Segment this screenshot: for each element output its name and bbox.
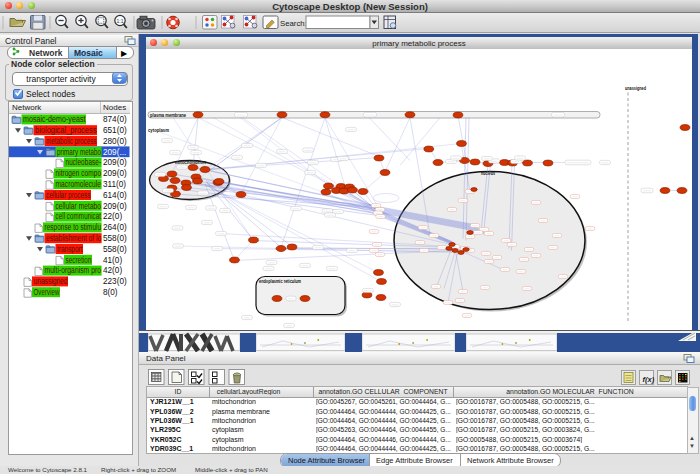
svg-text:280(0): 280(0) [103,136,127,145]
svg-text:651(0): 651(0) [103,125,127,134]
svg-text:1:1: 1:1 [117,18,124,24]
svg-text:209(0): 209(0) [103,201,127,210]
svg-text:614(0): 614(0) [103,190,127,199]
svg-text:plasma membrane: plasma membrane [150,111,186,117]
svg-text:41(0): 41(0) [103,255,122,264]
svg-text:223(0): 223(0) [103,277,127,286]
svg-text:transport: transport [57,243,83,253]
svg-text:311(0): 311(0) [103,179,126,188]
svg-text:response to stimulu: response to stimulu [45,222,102,232]
svg-text:874(0): 874(0) [103,115,127,124]
svg-text:multi-organism pro: multi-organism pro [45,265,102,275]
svg-text:Overview: Overview [34,286,61,296]
svg-text:558(0): 558(0) [103,233,127,242]
svg-text:unassigned: unassigned [625,84,646,90]
svg-text:biological_process: biological_process [35,124,97,134]
svg-text:nucleus: nucleus [481,169,495,175]
svg-text:209(...: 209(... [103,147,126,156]
svg-text:Search:: Search: [280,19,307,28]
svg-text:cell communicat: cell communicat [56,211,102,221]
svg-text:primary metabo: primary metabo [57,146,101,156]
svg-text:mosaic-demo-yeast: mosaic-demo-yeast [23,114,86,124]
svg-text:209(0): 209(0) [103,169,127,178]
svg-text:unassigned: unassigned [34,276,68,286]
svg-text:264(0): 264(0) [103,223,127,232]
svg-text:cellular metabo: cellular metabo [56,200,102,210]
svg-text:endoplasmic reticulum: endoplasmic reticulum [259,278,301,284]
svg-text:macromolecule: macromolecule [56,178,102,188]
svg-text:metabolic process: metabolic process [46,135,97,145]
svg-text:42(0): 42(0) [103,266,122,275]
svg-text:209(0): 209(0) [103,158,127,167]
svg-text:secretion: secretion [66,254,92,264]
svg-text:nucleobase-: nucleobase- [66,157,102,167]
svg-text:establishment of lo: establishment of lo [46,232,101,242]
svg-text:8(0): 8(0) [103,287,118,296]
svg-text:nitrogen compo: nitrogen compo [56,168,102,178]
svg-text:22(0): 22(0) [103,212,122,221]
svg-text:f(x): f(x) [643,375,655,384]
svg-text:558(0): 558(0) [103,244,127,253]
svg-text:cellular process: cellular process [46,189,91,199]
